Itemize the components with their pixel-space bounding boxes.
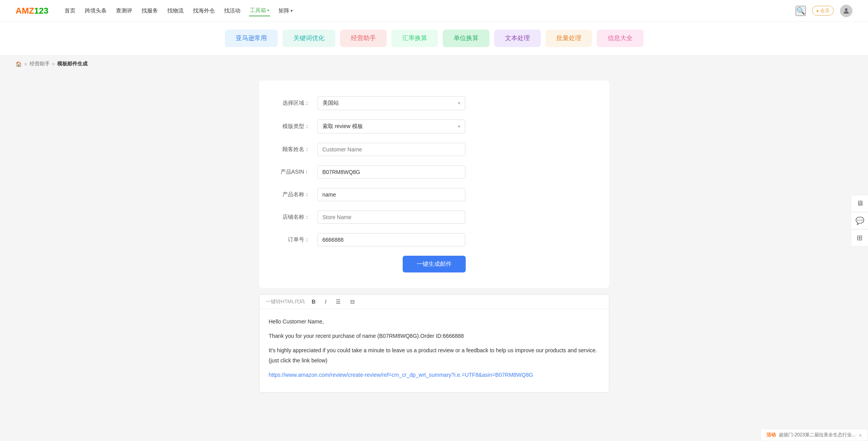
region-row: 选择区域： 美国站 ▾ — [275, 96, 594, 110]
cat-exchange-rate[interactable]: 汇率换算 — [391, 30, 438, 47]
form-card: 选择区域： 美国站 ▾ 模版类型： 索取 review 模板 ▾ 顾客姓名： — [259, 81, 609, 288]
cat-text-process[interactable]: 文本处理 — [494, 30, 541, 47]
breadcrumb: 🏠 > 经营助手 > 模板邮件生成 — [0, 55, 868, 73]
generate-email-button[interactable]: 一键生成邮件 — [403, 256, 466, 272]
email-link-line: https://www.amazon.com/review/create-rev… — [269, 370, 600, 380]
cat-keyword-opt[interactable]: 关键词优化 — [282, 30, 335, 47]
editor-toolbar: 一键转HTML代码 B I ☰ ⊟ — [260, 295, 609, 309]
cat-info-center[interactable]: 信息大全 — [597, 30, 644, 47]
breadcrumb-sep1: > — [24, 61, 27, 67]
region-select[interactable]: 美国站 ▾ — [317, 96, 465, 110]
breadcrumb-biz-assistant[interactable]: 经营助手 — [30, 60, 50, 67]
asin-input[interactable] — [317, 165, 465, 179]
grid-button[interactable]: ⊞ — [851, 229, 868, 246]
store-input[interactable] — [317, 211, 465, 224]
cat-biz-assistant[interactable]: 经营助手 — [340, 30, 387, 47]
home-icon[interactable]: 🏠 — [16, 61, 22, 67]
store-input-wrap — [317, 211, 465, 224]
product-input[interactable] — [317, 188, 465, 201]
toolbox-arrow-icon: ▾ — [267, 8, 269, 12]
matrix-arrow-icon: ▾ — [291, 9, 293, 13]
grid-icon: ⊞ — [857, 234, 863, 242]
nav-toolbox[interactable]: 工具箱 ▾ — [249, 5, 270, 16]
svg-point-0 — [845, 8, 848, 11]
monitor-button[interactable]: 🖥 — [851, 195, 868, 212]
nav-matrix[interactable]: 矩阵 ▾ — [278, 6, 293, 16]
breadcrumb-sep2: > — [52, 61, 55, 67]
nav-overseas[interactable]: 找海外仓 — [192, 6, 216, 16]
region-arrow-icon: ▾ — [458, 100, 460, 106]
store-label: 店铺名称： — [275, 214, 310, 221]
product-input-wrap — [317, 188, 465, 201]
cat-amazon-common[interactable]: 亚马逊常用 — [225, 30, 278, 47]
store-row: 店铺名称： — [275, 211, 594, 224]
email-greeting: Hello Customer Name, — [269, 317, 600, 327]
unordered-list-button[interactable]: ☰ — [333, 298, 343, 306]
customer-input[interactable] — [317, 143, 465, 156]
main-nav: 首页 跨境头条 查测评 找服务 找物流 找海外仓 找活动 工具箱 ▾ 矩阵 ▾ — [64, 5, 293, 16]
customer-row: 顾客姓名： — [275, 143, 594, 156]
template-select[interactable]: 索取 review 模板 ▾ — [317, 119, 465, 134]
header-right: 🔍 ♦ 会员 — [796, 5, 852, 17]
monitor-icon: 🖥 — [856, 199, 863, 207]
asin-input-wrap — [317, 165, 465, 179]
order-input-wrap — [317, 233, 465, 246]
chat-button[interactable]: 💬 — [851, 212, 868, 229]
order-label: 订单号： — [275, 236, 310, 243]
diamond-icon: ♦ — [816, 8, 819, 14]
region-label: 选择区域： — [275, 100, 310, 107]
nav-logistics[interactable]: 找物流 — [167, 6, 184, 16]
nav-review[interactable]: 查测评 — [115, 6, 133, 16]
email-request: It's highly appreciated if you could tak… — [269, 346, 600, 365]
product-row: 产品名称： — [275, 188, 594, 201]
template-row: 模版类型： 索取 review 模板 ▾ — [275, 119, 594, 134]
product-label: 产品名称： — [275, 191, 310, 198]
italic-button[interactable]: I — [323, 298, 329, 306]
editor-area: 一键转HTML代码 B I ☰ ⊟ Hello Customer Name, T… — [259, 294, 609, 393]
order-row: 订单号： — [275, 233, 594, 246]
cat-unit-convert[interactable]: 单位换算 — [443, 30, 489, 47]
vip-button[interactable]: ♦ 会员 — [812, 6, 834, 16]
asin-label: 产品ASIN： — [275, 169, 310, 176]
template-label: 模版类型： — [275, 123, 310, 130]
header: AMZ123 首页 跨境头条 查测评 找服务 找物流 找海外仓 找活动 工具箱 … — [0, 0, 868, 22]
search-button[interactable]: 🔍 — [796, 6, 806, 16]
nav-activities[interactable]: 找活动 — [223, 6, 241, 16]
template-arrow-icon: ▾ — [458, 124, 460, 129]
asin-row: 产品ASIN： — [275, 165, 594, 179]
editor-content: Hello Customer Name, Thank you for your … — [260, 309, 609, 392]
right-sidebar: 🖥 💬 ⊞ — [851, 195, 868, 246]
category-bar: 亚马逊常用 关键词优化 经营助手 汇率换算 单位换算 文本处理 批量处理 信息大… — [0, 22, 868, 55]
nav-home[interactable]: 首页 — [64, 6, 76, 16]
logo[interactable]: AMZ123 — [16, 6, 48, 16]
breadcrumb-current: 模板邮件生成 — [57, 60, 88, 67]
main-content: 选择区域： 美国站 ▾ 模版类型： 索取 review 模板 ▾ 顾客姓名： — [0, 73, 868, 401]
avatar[interactable] — [840, 5, 852, 17]
order-input[interactable] — [317, 233, 465, 246]
customer-label: 顾客姓名： — [275, 146, 310, 153]
ordered-list-button[interactable]: ⊟ — [348, 298, 357, 306]
logo-amz: AMZ — [16, 6, 34, 16]
nav-headlines[interactable]: 跨境头条 — [84, 6, 107, 16]
customer-input-wrap — [317, 143, 465, 156]
logo-num: 123 — [34, 6, 49, 16]
html-convert-btn[interactable]: 一键转HTML代码 — [266, 298, 305, 305]
email-thank-you: Thank you for your recent purchase of na… — [269, 331, 600, 341]
bold-button[interactable]: B — [309, 298, 318, 306]
chat-icon: 💬 — [856, 216, 864, 225]
nav-service[interactable]: 找服务 — [141, 6, 159, 16]
review-link[interactable]: https://www.amazon.com/review/create-rev… — [269, 372, 533, 378]
cat-batch-process[interactable]: 批量处理 — [545, 30, 592, 47]
